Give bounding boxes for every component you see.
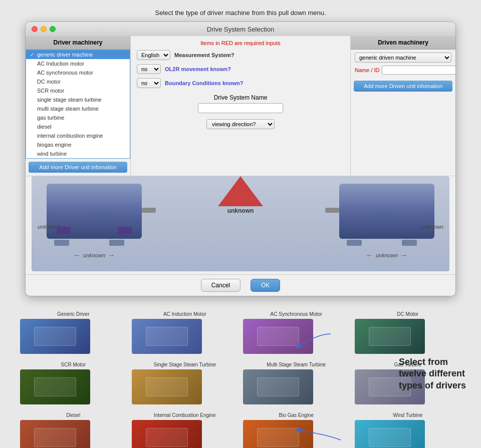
name-id-input[interactable] [382, 66, 456, 75]
gallery-item-image[interactable] [355, 319, 425, 354]
annotation-text: Select the type of driver machine from t… [155, 9, 326, 17]
gallery-item-label: SCR Motor [20, 362, 127, 367]
gallery-item-label: Wind Turbine [355, 412, 461, 418]
driver-list-item[interactable]: single stage steam turbine [26, 95, 130, 104]
top-annotation: Select the type of driver machine from t… [0, 0, 481, 22]
gallery-item-label: Bio Gas Engine [243, 412, 350, 418]
gallery-item-label: Single Stage Steam Turbine [132, 362, 238, 367]
gallery-item: Wind Turbine [355, 412, 461, 448]
gallery-item-label: Diesel [20, 412, 127, 418]
driven-panel: Driven machinery generic driven machine … [350, 36, 455, 176]
gallery-item-label: Multi Stage Steam Turbine [243, 362, 350, 367]
dialog-title: Drive System Selection [207, 26, 274, 33]
gallery-item-image[interactable] [132, 369, 202, 404]
measurement-dropdown[interactable]: English Metric [137, 50, 170, 60]
driver-dropdown-list: ✓generic driver machineAC Induction moto… [26, 50, 130, 159]
add-driver-button[interactable]: Add more Driver unit infomation [29, 162, 127, 173]
ol2r-row: no yes OL2R movement known? [137, 64, 344, 74]
name-id-row: Name / ID [355, 66, 451, 75]
name-id-label: Name / ID [355, 67, 380, 73]
minimize-button[interactable] [41, 26, 47, 32]
required-note: Items in RED are required inputs [137, 40, 344, 46]
left-machine: ← unknown → [47, 184, 142, 260]
gallery-item: Generic Driver [20, 311, 127, 354]
gallery-item: Diesel [20, 412, 127, 448]
driver-list-item[interactable]: multi stage steam turbine [26, 104, 130, 113]
dialog-footer: Cancel OK [26, 274, 455, 296]
gallery-item-image[interactable] [132, 319, 202, 354]
dialog-window: Drive System Selection Driver machinery … [25, 22, 456, 296]
gallery-item: Single Stage Steam Turbine [132, 362, 238, 404]
title-bar: Drive System Selection [26, 22, 455, 36]
unknown-left-label: unknown [38, 224, 60, 230]
driven-panel-header: Driven machinery [351, 36, 455, 50]
boundary-dropdown[interactable]: no yes [137, 78, 161, 88]
ol2r-label: OL2R movement known? [165, 66, 231, 72]
driver-list-item[interactable]: DC motor [26, 77, 130, 86]
viewing-row: viewing direction? [137, 119, 344, 129]
gallery-item-label: AC Synchronous Motor [243, 311, 350, 317]
driver-list-item[interactable]: SCR motor [26, 86, 130, 95]
drive-system-name-input[interactable] [198, 103, 283, 113]
ok-button[interactable]: OK [251, 279, 280, 292]
unknown-center-label: unknown [227, 207, 254, 214]
driver-list-item[interactable]: biogas engine [26, 140, 130, 149]
gallery-item-image[interactable] [20, 369, 90, 404]
driver-list-item[interactable]: wind turbine [26, 149, 130, 158]
unknown-bottom-left: unknown [83, 252, 105, 258]
close-button[interactable] [32, 26, 38, 32]
gallery-item-image[interactable] [243, 369, 313, 404]
unknown-right-label: unknown [421, 224, 443, 230]
driven-machine-dropdown[interactable]: generic driven machine [355, 53, 451, 63]
maximize-button[interactable] [50, 26, 56, 32]
drive-system-name-label: Drive System Name [137, 94, 344, 101]
driver-list-item[interactable]: internal combustion engine [26, 131, 130, 140]
gallery-item-label: Internal Combustion Engine [132, 412, 238, 418]
gallery-item: SCR Motor [20, 362, 127, 404]
measurement-row: English Metric Measurement System? [137, 50, 344, 60]
gallery-item-image[interactable] [132, 420, 202, 448]
boundary-label: Boundary Conditions known? [165, 80, 243, 86]
driver-list-item[interactable]: ✓generic driver machine [26, 50, 130, 59]
gallery-item-image[interactable] [20, 319, 90, 354]
gallery-item-label: Generic Driver [20, 311, 127, 317]
middle-panel: Items in RED are required inputs English… [131, 36, 350, 176]
driver-list-item[interactable]: AC Induction motor [26, 59, 130, 68]
right-machine: ← unknown → [339, 184, 434, 260]
gallery-item: Internal Combustion Engine [132, 412, 238, 448]
driver-list-item[interactable]: gas turbine [26, 113, 130, 122]
driver-list-item[interactable]: diesel [26, 122, 130, 131]
drive-system-name-area: Drive System Name [137, 94, 344, 113]
driver-panel-header: Driver machinery [26, 36, 130, 50]
viewing-dropdown[interactable]: viewing direction? [206, 119, 275, 129]
driver-panel: Driver machinery ✓generic driver machine… [26, 36, 131, 176]
unknown-bottom-right: unknown [376, 252, 398, 258]
gallery-item-label: DC Motor [355, 311, 461, 317]
driven-inner: generic driven machine Name / ID [351, 50, 455, 78]
gallery-annotation: Select fromtwelve differenttypes of driv… [399, 356, 466, 391]
visualization-section: ← unknown → unknown unknown [29, 176, 452, 271]
center-indicator: unknown [218, 176, 263, 214]
viz-area: ← unknown → unknown unknown [32, 176, 449, 271]
traffic-lights [32, 26, 56, 32]
gallery-item-image[interactable] [20, 420, 90, 448]
gallery-item-label: AC Induction Motor [132, 311, 238, 317]
wind-turbine-arrow [293, 420, 343, 445]
dc-motor-arrow [293, 329, 333, 354]
measurement-label: Measurement System? [174, 52, 234, 58]
gallery-item: DC Motor [355, 311, 461, 354]
cancel-button[interactable]: Cancel [201, 279, 241, 292]
boundary-row: no yes Boundary Conditions known? [137, 78, 344, 88]
ol2r-dropdown[interactable]: no yes [137, 64, 161, 74]
gallery-item: AC Induction Motor [132, 311, 238, 354]
driver-list-item[interactable]: AC synchronous motor [26, 68, 130, 77]
gallery-item-image[interactable] [355, 420, 425, 448]
add-driven-button[interactable]: Add more Driven unit infomation [354, 81, 452, 92]
gallery-item: Multi Stage Steam Turbine [243, 362, 350, 404]
